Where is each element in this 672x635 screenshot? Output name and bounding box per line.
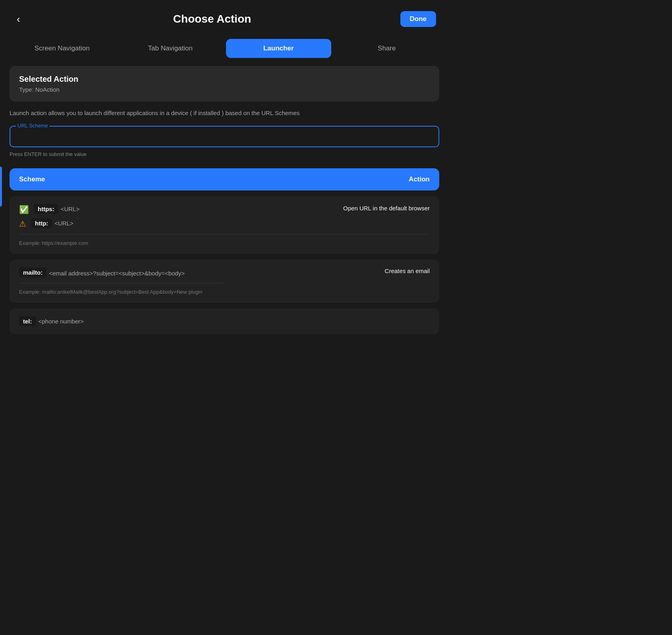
scheme-divider bbox=[19, 234, 430, 235]
tab-screen-navigation[interactable]: Screen Navigation bbox=[10, 39, 115, 58]
done-button[interactable]: Done bbox=[400, 11, 436, 27]
tab-share[interactable]: Share bbox=[334, 39, 440, 58]
tel-row: tel: <phone number> bbox=[19, 316, 430, 326]
http-tag: http: bbox=[31, 218, 52, 228]
tab-tab-navigation[interactable]: Tab Navigation bbox=[118, 39, 223, 58]
tabs-bar: Screen Navigation Tab Navigation Launche… bbox=[0, 35, 449, 66]
mailto-example: Example: mailto:aniketMalik@bestApp.org?… bbox=[19, 289, 224, 295]
table-header: Scheme Action bbox=[10, 168, 439, 190]
selected-action-title: Selected Action bbox=[19, 75, 430, 84]
url-scheme-label: URL Scheme bbox=[16, 123, 50, 129]
mailto-row: mailto: <email address>?subject=<subject… bbox=[19, 267, 430, 295]
tab-launcher[interactable]: Launcher bbox=[226, 39, 331, 58]
table-header-action: Action bbox=[224, 175, 430, 183]
selected-action-card: Selected Action Type: NoAction bbox=[10, 66, 439, 102]
mailto-divider bbox=[19, 283, 224, 283]
https-example: Example: https://example.com bbox=[19, 240, 430, 246]
header: ‹ Choose Action Done bbox=[0, 0, 449, 35]
mailto-card: mailto: <email address>?subject=<subject… bbox=[10, 260, 439, 303]
https-tag: https: bbox=[34, 204, 58, 214]
tel-param: <phone number> bbox=[39, 318, 84, 325]
left-accent-bar bbox=[0, 167, 2, 206]
tel-card: tel: <phone number> bbox=[10, 308, 439, 334]
mailto-param: <email address>?subject=<subject>&body=<… bbox=[49, 270, 185, 277]
scheme-row-https: ✅ https: <URL> bbox=[19, 204, 224, 214]
selected-action-type: Type: NoAction bbox=[19, 86, 430, 93]
back-button[interactable]: ‹ bbox=[13, 12, 24, 26]
scheme-row-http: ⚠ http: <URL> bbox=[19, 218, 224, 229]
page-title: Choose Action bbox=[24, 13, 400, 25]
url-scheme-input[interactable] bbox=[17, 134, 432, 141]
scheme-card-http: ✅ https: <URL> ⚠ http: <URL> Open URL in… bbox=[10, 196, 439, 254]
url-scheme-field[interactable]: URL Scheme bbox=[10, 126, 439, 147]
http-param: <URL> bbox=[54, 220, 73, 227]
mailto-action-description: Creates an email bbox=[224, 267, 430, 274]
table-header-scheme: Scheme bbox=[19, 175, 224, 183]
http-action-description: Open URL in the default browser bbox=[224, 204, 430, 213]
check-circle-icon: ✅ bbox=[19, 205, 29, 214]
https-param: <URL> bbox=[61, 206, 80, 212]
launcher-description: Launch action allows you to launch diffe… bbox=[10, 109, 439, 118]
url-scheme-hint: Press ENTER to submit the value bbox=[10, 151, 439, 157]
tel-tag: tel: bbox=[19, 316, 36, 326]
mailto-tag: mailto: bbox=[19, 267, 46, 277]
warning-circle-icon: ⚠ bbox=[19, 219, 26, 229]
